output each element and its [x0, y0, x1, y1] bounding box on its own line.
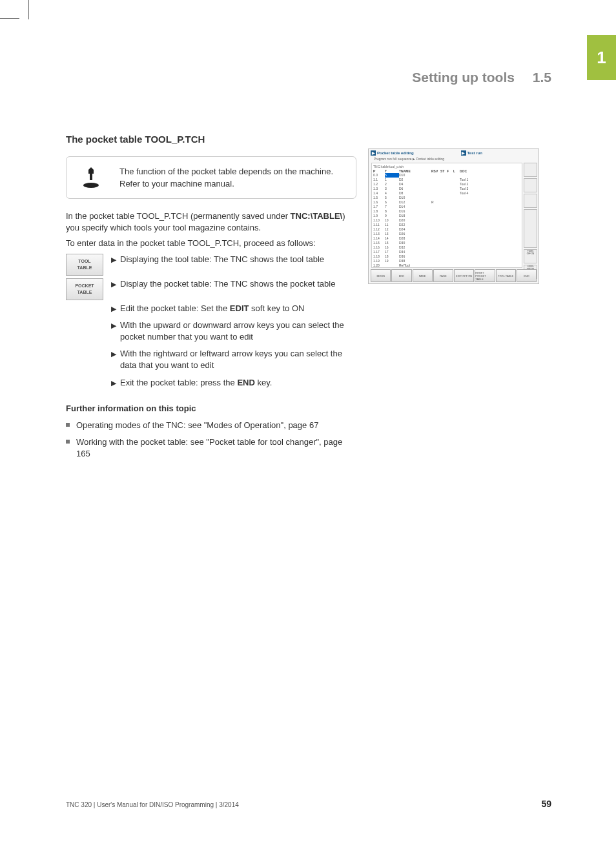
table-row[interactable]: 1.1212D24 — [373, 227, 520, 232]
ss-softkey-end[interactable]: END — [391, 269, 411, 282]
ss-table-area: TNC:\table\tool_p.tch P T TNAME RSV ST F… — [371, 163, 522, 268]
tnc-screenshot: ▶ Pocket table editing ▶ Test run Progra… — [368, 148, 539, 284]
table-row[interactable]: 1.1818D36 — [373, 254, 520, 259]
step-1: ▶ Displaying the tool table: The TNC sho… — [111, 254, 356, 265]
table-row[interactable]: 1.88D16 — [373, 209, 520, 214]
step-row-rest: ▶ Edit the pocket table: Set the EDIT so… — [66, 303, 356, 394]
ss-sidebar: F100%OFF ON S100%OFF ON — [523, 161, 539, 268]
table-row[interactable]: 1.66D12R — [373, 200, 520, 205]
step-row-2: POCKET TABLE ▶ Display the pocket table:… — [66, 278, 356, 300]
running-header: Setting up tools 1.5 — [412, 70, 551, 85]
chapter-number: 1 — [597, 48, 606, 68]
ss-softkey-pagedn[interactable]: PAGE — [433, 269, 453, 282]
table-row[interactable]: 1.1515D30 — [373, 241, 520, 245]
table-row[interactable]: 0.05D10 — [373, 173, 520, 178]
triangle-icon: ▶ — [111, 304, 116, 314]
step-5: ▶ With the rightward or leftward arrow k… — [111, 348, 356, 371]
svg-point-0 — [83, 183, 99, 188]
step-row-1: TOOL TABLE ▶ Displaying the tool table: … — [66, 254, 356, 276]
header-title: Setting up tools — [412, 70, 515, 85]
para-intro: In the pocket table TOOL_P.TCH (permanen… — [66, 210, 356, 234]
page-footer: TNC 320 | User's Manual for DIN/ISO Prog… — [66, 799, 551, 809]
ss-side-panel — [524, 209, 537, 248]
triangle-icon: ▶ — [111, 378, 116, 389]
section-heading: The pocket table TOOL_P.TCH — [66, 132, 356, 146]
table-row[interactable]: 1.33D6Tool 3 — [373, 187, 520, 191]
table-row[interactable]: 1.1616D32 — [373, 245, 520, 250]
triangle-icon: ▶ — [111, 321, 116, 343]
square-bullet-icon — [66, 423, 70, 427]
ss-side-icon[interactable] — [524, 194, 537, 208]
ss-softkey-edit[interactable]: EDIT OFF ON — [454, 269, 474, 282]
bullet-1: Operating modes of the TNC: see "Modes o… — [66, 420, 356, 431]
chapter-tab: 1 — [587, 35, 616, 80]
square-bullet-icon — [66, 440, 70, 444]
step-3: ▶ Edit the pocket table: Set the EDIT so… — [111, 303, 356, 314]
ss-title-sec: ▶ Test run — [459, 149, 524, 156]
table-row[interactable]: 1.11D2Tool 1 — [373, 178, 520, 182]
para-proceed: To enter data in the pocket table TOOL_P… — [66, 238, 356, 249]
table-row[interactable]: 1.1414D28 — [373, 236, 520, 241]
table-row[interactable]: 1.99D18 — [373, 214, 520, 218]
triangle-icon: ▶ — [111, 349, 116, 371]
triangle-icon: ▶ — [111, 280, 116, 290]
triangle-icon: ▶ — [111, 255, 116, 265]
ss-softkey-bar: BEGIN END PAGE PAGE EDIT OFF ON RESET PO… — [369, 268, 539, 283]
machine-icon — [74, 163, 108, 192]
ss-feed-override[interactable]: F100%OFF ON — [524, 249, 537, 263]
ss-softkey-pageup[interactable]: PAGE — [413, 269, 433, 282]
softkey-tool-table[interactable]: TOOL TABLE — [66, 254, 103, 276]
arrow-right-icon: ▶ — [461, 150, 466, 156]
table-row[interactable]: 1.22D4Tool 2 — [373, 182, 520, 187]
table-row[interactable]: 1.1313D26 — [373, 232, 520, 236]
ss-softkey-end2[interactable]: END — [517, 269, 537, 282]
ss-softkey-begin[interactable]: BEGIN — [371, 269, 391, 282]
info-text: The function of the pocket table depends… — [119, 163, 348, 190]
bullet-2: Working with the pocket table: see "Pock… — [66, 436, 356, 460]
further-heading: Further information on this topic — [66, 403, 356, 414]
page-number: 59 — [541, 799, 551, 809]
footer-text: TNC 320 | User's Manual for DIN/ISO Prog… — [66, 801, 239, 808]
arrow-right-icon: ▶ — [371, 150, 376, 156]
table-row[interactable]: 1.20RefTool — [373, 263, 520, 268]
header-section-num: 1.5 — [533, 70, 551, 85]
ss-softkey-reset[interactable]: RESET POCKET TABLE — [475, 269, 495, 282]
step-2: ▶ Display the pocket table: The TNC show… — [111, 278, 356, 290]
crop-marks — [0, 0, 616, 32]
ss-side-icon[interactable] — [524, 163, 537, 177]
softkey-pocket-table[interactable]: POCKET TABLE — [66, 278, 103, 300]
ss-softkey-tooltbl[interactable]: TOOL TABLE — [496, 269, 516, 282]
ss-side-icon[interactable] — [524, 178, 537, 192]
ss-path: TNC:\table\tool_p.tch — [373, 165, 520, 169]
ss-title-main: ▶ Pocket table editing — [369, 149, 459, 156]
ss-breadcrumb: Program run full sequence ▶ Pocket table… — [369, 156, 539, 161]
table-row[interactable]: 1.44D8Tool 4 — [373, 191, 520, 196]
main-content: The pocket table TOOL_P.TCH The function… — [66, 132, 356, 465]
info-box: The function of the pocket table depends… — [66, 156, 356, 199]
table-row[interactable]: 1.1111D22 — [373, 223, 520, 227]
table-row[interactable]: 1.77D14 — [373, 205, 520, 209]
table-row[interactable]: 1.1717D34 — [373, 250, 520, 254]
step-4: ▶ With the upward or downward arrow keys… — [111, 320, 356, 343]
table-row[interactable]: 1.1919D38 — [373, 259, 520, 263]
table-row[interactable]: 1.55D10 — [373, 196, 520, 200]
step-6: ▶ Exit the pocket table: press the END k… — [111, 377, 356, 389]
table-row[interactable]: 1.1010D20 — [373, 218, 520, 223]
